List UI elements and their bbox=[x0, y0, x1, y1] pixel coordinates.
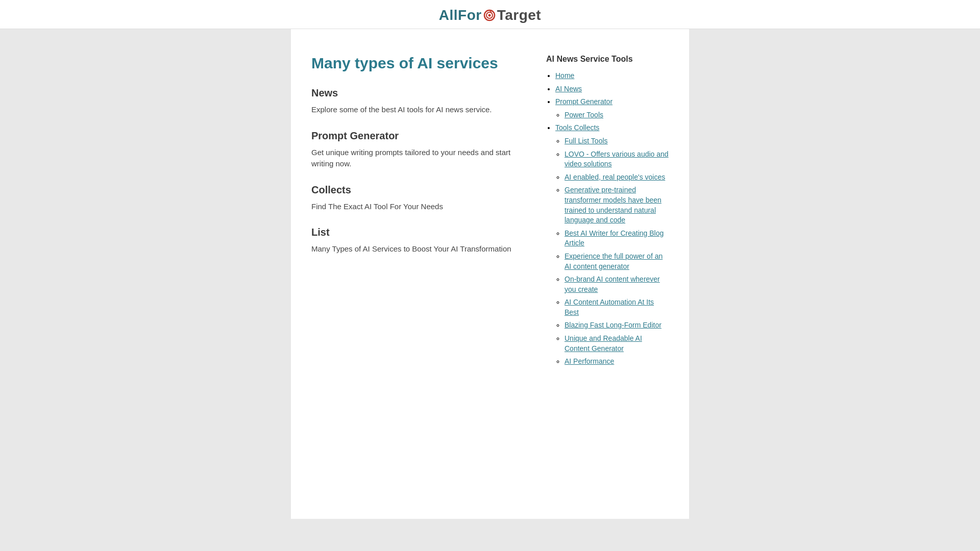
sidebar-item-tools-collects[interactable]: Tools Collects Full List Tools LOVO - Of… bbox=[555, 123, 669, 366]
main-content: Many types of AI services News Explore s… bbox=[311, 55, 526, 493]
sidebar-title: AI News Service Tools bbox=[546, 55, 669, 64]
sidebar-item-on-brand[interactable]: On-brand AI content wherever you create bbox=[565, 274, 669, 294]
sidebar-item-prompt-generator[interactable]: Prompt Generator Power Tools bbox=[555, 97, 669, 120]
sidebar-item-lovo[interactable]: LOVO - Offers various audio and video so… bbox=[565, 149, 669, 169]
sidebar-item-blazing-fast[interactable]: Blazing Fast Long-Form Editor bbox=[565, 320, 669, 331]
sidebar-item-home[interactable]: Home bbox=[555, 71, 669, 81]
logo-all: All bbox=[439, 7, 458, 23]
section-text-prompt: Get unique writing prompts tailored to y… bbox=[311, 147, 516, 170]
sidebar-link-full-list-tools[interactable]: Full List Tools bbox=[565, 137, 608, 145]
sidebar-item-experience-full-power[interactable]: Experience the full power of an AI conte… bbox=[565, 252, 669, 271]
svg-point-2 bbox=[488, 14, 491, 17]
sidebar-link-ai-news[interactable]: AI News bbox=[555, 85, 582, 93]
sidebar-item-best-ai-writer[interactable]: Best AI Writer for Creating Blog Article bbox=[565, 229, 669, 248]
sidebar-link-experience-full-power[interactable]: Experience the full power of an AI conte… bbox=[565, 252, 663, 270]
sidebar-link-generative-pretrained[interactable]: Generative pre-trained transformer model… bbox=[565, 186, 662, 224]
sidebar-link-best-ai-writer[interactable]: Best AI Writer for Creating Blog Article bbox=[565, 229, 664, 247]
sidebar-item-generative-pretrained[interactable]: Generative pre-trained transformer model… bbox=[565, 185, 669, 225]
sidebar-link-lovo[interactable]: LOVO - Offers various audio and video so… bbox=[565, 150, 669, 168]
sidebar-link-power-tools[interactable]: Power Tools bbox=[565, 111, 603, 119]
sidebar-link-unique-readable[interactable]: Unique and Readable AI Content Generator bbox=[565, 334, 642, 353]
logo-icon bbox=[482, 8, 497, 22]
sidebar-link-blazing-fast[interactable]: Blazing Fast Long-Form Editor bbox=[565, 321, 662, 329]
section-heading-list: List bbox=[311, 227, 516, 238]
sidebar-item-power-tools[interactable]: Power Tools bbox=[565, 110, 669, 120]
section-heading-prompt: Prompt Generator bbox=[311, 130, 516, 142]
sidebar-top-list: Home AI News Prompt Generator Power Tool… bbox=[546, 71, 669, 367]
sidebar-item-ai-news[interactable]: AI News bbox=[555, 84, 669, 94]
sidebar-link-home[interactable]: Home bbox=[555, 71, 574, 80]
sidebar-link-ai-performance[interactable]: AI Performance bbox=[565, 357, 614, 365]
sidebar-link-prompt-generator[interactable]: Prompt Generator bbox=[555, 97, 612, 106]
sidebar-item-full-list-tools[interactable]: Full List Tools bbox=[565, 136, 669, 146]
section-text-list: Many Types of AI Services to Boost Your … bbox=[311, 243, 516, 255]
sidebar-item-automation[interactable]: AI Content Automation At Its Best bbox=[565, 297, 669, 317]
sidebar-item-ai-voices[interactable]: AI enabled, real people's voices bbox=[565, 172, 669, 183]
section-text-news: Explore some of the best AI tools for AI… bbox=[311, 104, 516, 116]
sidebar-link-ai-voices[interactable]: AI enabled, real people's voices bbox=[565, 173, 665, 181]
site-header: AllFor Target bbox=[0, 0, 980, 29]
sidebar: AI News Service Tools Home AI News Promp… bbox=[546, 55, 669, 493]
page-container: Many types of AI services News Explore s… bbox=[291, 29, 689, 519]
sidebar-sublist-prompt: Power Tools bbox=[555, 110, 669, 120]
sidebar-link-tools-collects[interactable]: Tools Collects bbox=[555, 123, 599, 132]
section-heading-collects: Collects bbox=[311, 184, 516, 196]
logo-for: For bbox=[458, 7, 482, 23]
section-text-collects: Find The Exact AI Tool For Your Needs bbox=[311, 201, 516, 213]
sidebar-sublist-tools-collects: Full List Tools LOVO - Offers various au… bbox=[555, 136, 669, 367]
sidebar-link-automation[interactable]: AI Content Automation At Its Best bbox=[565, 298, 654, 316]
logo-target: Target bbox=[497, 7, 542, 23]
sidebar-item-unique-readable[interactable]: Unique and Readable AI Content Generator bbox=[565, 334, 669, 354]
sidebar-link-on-brand[interactable]: On-brand AI content wherever you create bbox=[565, 275, 660, 293]
sidebar-item-ai-performance[interactable]: AI Performance bbox=[565, 357, 669, 367]
site-logo[interactable]: AllFor Target bbox=[439, 7, 541, 23]
section-heading-news: News bbox=[311, 87, 516, 99]
page-title: Many types of AI services bbox=[311, 55, 516, 72]
